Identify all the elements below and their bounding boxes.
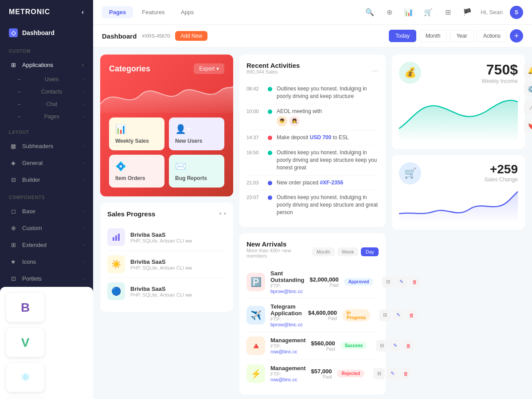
category-bug-reports[interactable]: ✉️ Bug Reports <box>169 155 224 188</box>
float-icon-3[interactable]: ↗ <box>524 101 532 115</box>
float-icon-4[interactable]: 🔖 <box>524 119 532 133</box>
grid-icon[interactable]: ⊞ <box>442 6 454 19</box>
sidebar-item-general[interactable]: ◈ General › <box>0 154 93 171</box>
arrival-info-1: Sant Outstanding FTP: bprow@bnc.cc <box>270 270 305 294</box>
network-icon[interactable]: ⊕ <box>383 6 395 19</box>
progress-icon-2: ☀️ <box>107 255 125 273</box>
sidebar-item-custom[interactable]: ⊕ Custom › <box>0 219 93 236</box>
weekly-sales-icon: 📊 <box>115 124 126 134</box>
section-components-label: COMPONENTS <box>0 188 93 203</box>
float-icon-1[interactable]: 🔔 <box>524 63 532 78</box>
date-controls: Today Month Year Actions + <box>389 29 523 43</box>
plus-button[interactable]: + <box>510 29 523 43</box>
float-icon-2[interactable]: ⚙️ <box>524 82 532 96</box>
month-button[interactable]: Month <box>419 30 447 42</box>
applications-icon: ⊞ <box>9 60 18 69</box>
new-users-icon: 👤+ <box>175 124 192 134</box>
copy-action-3[interactable]: ⊟ <box>376 340 387 352</box>
arrivals-header: New Arrivals More than 400+ new members … <box>246 240 379 264</box>
framework-bootstrap[interactable]: B <box>6 293 44 322</box>
sidebar-dashboard[interactable]: ◇ Dashboard <box>0 24 93 42</box>
copy-action-4[interactable]: ⊟ <box>373 368 385 379</box>
arrival-status-1: Approved <box>344 278 374 286</box>
category-weekly-sales[interactable]: 📊 Weekly Sales <box>109 117 164 150</box>
categories-grid: 📊 Weekly Sales 👤+ New Users 💠 Item Order… <box>109 117 224 188</box>
dashboard-icon: ◇ <box>9 28 18 37</box>
sidebar-item-pages[interactable]: – Pages › <box>0 110 93 123</box>
sidebar-item-base[interactable]: ◻ Base › <box>0 203 93 219</box>
arrivals-title: New Arrivals <box>246 240 312 248</box>
search-icon[interactable]: 🔍 <box>364 6 376 19</box>
add-new-button[interactable]: Add New <box>175 31 207 41</box>
activities-subtitle: 890,344 Sales <box>246 69 300 74</box>
arrival-info-4: Management FTP: row@bnc.cc <box>270 365 305 382</box>
tab-pages[interactable]: Pages <box>102 6 133 18</box>
svg-rect-2 <box>118 234 120 241</box>
bug-reports-icon: ✉️ <box>175 161 186 172</box>
user-greeting: Hi, Sean <box>481 9 503 16</box>
export-button[interactable]: Export ▾ <box>194 63 224 74</box>
activities-header: Recent Activities 890,344 Sales ··· <box>246 62 379 80</box>
sidebar-item-subheaders[interactable]: ▦ Subheaders › <box>0 137 93 154</box>
activities-dots[interactable]: ··· <box>372 66 379 75</box>
sidebar-item-contacts[interactable]: – Contacts › <box>0 86 93 98</box>
sidebar-item-chat[interactable]: – Chat › <box>0 98 93 110</box>
content-area: Categories Export ▾ <box>93 47 532 399</box>
activity-item-5: 21:03 New order placed #XF-2356 <box>246 176 379 191</box>
sidebar-item-icons[interactable]: ★ Icons › <box>0 253 93 270</box>
arrival-status-3: Success <box>340 342 368 349</box>
cart-icon[interactable]: 🛒 <box>422 6 434 19</box>
income-label: Weekly Income <box>481 78 518 84</box>
arrivals-title-area: New Arrivals More than 400+ new members <box>246 240 312 264</box>
arrival-icon-1: 🅿️ <box>246 273 265 291</box>
recent-activities-card: Recent Activities 890,344 Sales ··· 08:4… <box>239 55 386 227</box>
sidebar-collapse-icon[interactable]: ‹ <box>82 8 84 16</box>
sidebar-item-users[interactable]: – Users › <box>0 73 93 86</box>
sidebar-item-builder[interactable]: ⊟ Builder › <box>0 171 93 188</box>
bug-reports-label: Bug Reports <box>175 175 207 181</box>
arrival-status-4: Rejected <box>337 370 364 377</box>
chart-icon[interactable]: 📊 <box>403 6 415 19</box>
sidebar-item-applications[interactable]: ⊞ Applications ∨ <box>0 56 93 73</box>
activities-title: Recent Activities <box>246 62 300 69</box>
progress-item-1: Briviba SaaS PHP, SQLite, Artisan CLI мм <box>107 224 226 251</box>
framework-react[interactable]: ⚛ <box>6 363 44 392</box>
applications-label: Applications <box>22 62 53 68</box>
arrival-status-2: In Progress <box>342 309 370 321</box>
progress-dots[interactable]: • • <box>219 210 226 218</box>
framework-vue[interactable]: V <box>6 328 44 357</box>
avatar-2: 👧 <box>289 116 300 126</box>
reference-badge: #XRS-45670 <box>142 33 170 39</box>
copy-action-2[interactable]: ⊟ <box>379 309 391 321</box>
sales-values: +259 Sales Change <box>485 162 518 187</box>
sidebar: METRONIC ‹ ◇ Dashboard CUSTOM ⊞ Applicat… <box>0 0 93 399</box>
avatar-1: 👦 <box>277 116 287 126</box>
arrivals-tab-week[interactable]: Week <box>337 247 359 256</box>
arrivals-tab-day[interactable]: Day <box>361 247 379 256</box>
flag-icon[interactable]: 🏴 <box>461 6 473 19</box>
today-button[interactable]: Today <box>389 30 416 42</box>
sales-progress-header: Sales Progress • • <box>107 210 226 218</box>
right-floating-icons: 🔔 ⚙️ ↗ 🔖 <box>524 63 532 133</box>
main-area: Pages Features Apps 🔍 ⊕ 📊 🛒 ⊞ 🏴 Hi, Sean… <box>93 0 532 399</box>
arrivals-tab-month[interactable]: Month <box>312 247 335 256</box>
user-avatar[interactable]: S <box>510 6 523 19</box>
arrival-item-1: 🅿️ Sant Outstanding FTP: bprow@bnc.cc $2… <box>246 266 379 299</box>
year-button[interactable]: Year <box>450 30 473 42</box>
base-icon: ◻ <box>9 207 18 215</box>
sidebar-item-portlets[interactable]: ⊡ Portlets › <box>0 270 93 287</box>
activity-item-6: 23:07 Outlines keep you honest. Indulgin… <box>246 190 379 219</box>
sidebar-item-extended[interactable]: ⊞ Extended › <box>0 236 93 253</box>
activity-item-2: 10:00 AEOL meeting with 👦 👧 <box>246 104 379 131</box>
wave-chart <box>100 78 233 113</box>
arrival-icon-4: ⚡ <box>246 364 265 383</box>
tab-features[interactable]: Features <box>135 6 172 18</box>
activity-dot-5 <box>268 181 272 185</box>
actions-button[interactable]: Actions <box>477 30 507 42</box>
arrival-item-4: ⚡ Management FTP: row@bnc.cc $57,000 Pai… <box>246 360 379 387</box>
weekly-income-card: 💰 750$ Weekly Income <box>392 55 525 149</box>
tab-apps[interactable]: Apps <box>174 6 201 18</box>
category-item-orders[interactable]: 💠 Item Orders <box>109 155 164 188</box>
category-new-users[interactable]: 👤+ New Users <box>169 117 224 150</box>
sales-chart <box>399 187 518 223</box>
